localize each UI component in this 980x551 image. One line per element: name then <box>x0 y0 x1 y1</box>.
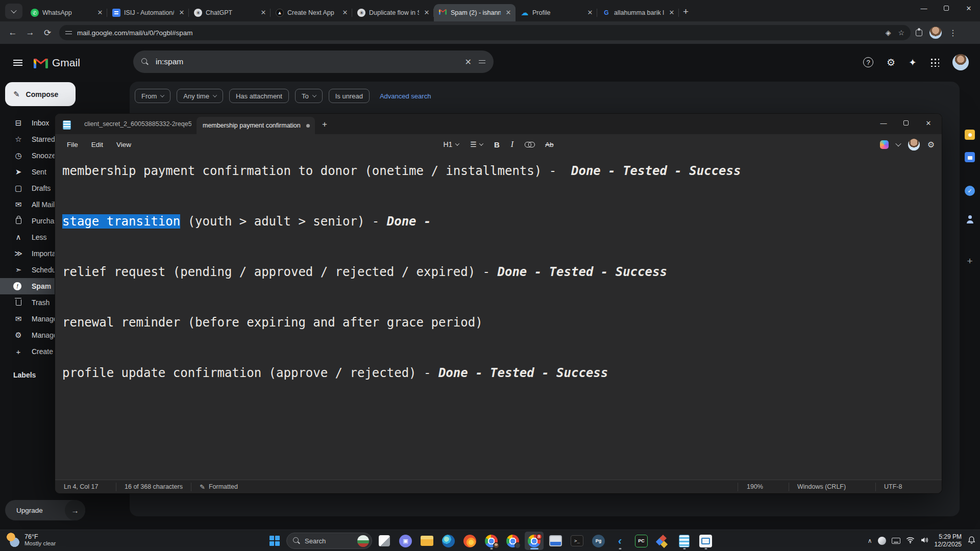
extensions-icon[interactable] <box>916 30 922 36</box>
taskbar-app-pycharm[interactable] <box>632 532 651 550</box>
new-tab-button[interactable]: + <box>683 6 689 17</box>
hamburger-menu-icon[interactable] <box>13 60 22 66</box>
reload-button[interactable]: ⟳ <box>39 28 56 38</box>
browser-tab[interactable]: Create Next App✕ <box>271 4 352 21</box>
italic-button[interactable]: I <box>511 140 513 149</box>
help-icon[interactable]: ? <box>863 57 873 67</box>
notepad-minimize-button[interactable]: — <box>872 114 895 132</box>
browser-menu-icon[interactable]: ⋮ <box>949 28 957 38</box>
taskbar-app-terminal[interactable] <box>568 532 586 550</box>
back-button[interactable]: ← <box>4 28 21 38</box>
gemini-sparkle-icon[interactable]: ✦ <box>909 57 917 68</box>
text-editor-area[interactable]: membership payment confirmation to donor… <box>55 155 942 480</box>
taskbar-app-postgresql[interactable] <box>589 532 608 550</box>
browser-tab[interactable]: WhatsApp✕ <box>26 4 107 21</box>
compose-button[interactable]: ✎ Compose <box>5 82 76 106</box>
account-avatar[interactable] <box>952 54 969 70</box>
taskbar-app-chrome[interactable] <box>503 532 522 550</box>
tab-close-icon[interactable]: ✕ <box>668 9 676 17</box>
clear-formatting-icon[interactable]: Ab <box>545 141 554 148</box>
upgrade-button[interactable]: Upgrade → <box>5 500 85 520</box>
taskbar-app-firefox[interactable] <box>460 532 479 550</box>
filter-chip-from[interactable]: From <box>135 89 170 103</box>
tab-close-icon[interactable]: ✕ <box>259 9 267 17</box>
tab-close-icon[interactable]: ✕ <box>178 9 186 17</box>
bold-button[interactable]: B <box>494 140 500 149</box>
taskbar-app-designer[interactable] <box>653 532 672 550</box>
wifi-icon[interactable] <box>906 536 915 546</box>
taskbar-app-file-explorer[interactable] <box>418 532 436 550</box>
advanced-search-link[interactable]: Advanced search <box>380 92 431 100</box>
tasks-icon[interactable] <box>965 186 975 196</box>
zoom-level[interactable]: 190% <box>738 483 789 491</box>
browser-tab[interactable]: Duplicate flow in Salesfor✕ <box>352 4 434 21</box>
notepad-tab[interactable]: client_secret_2_60053885332-2reqe52rribe <box>78 114 197 134</box>
lens-icon[interactable]: ◈ <box>886 29 891 37</box>
browser-profile-avatar[interactable] <box>929 27 942 39</box>
browser-tab[interactable]: allahumma barik laha - G✕ <box>597 4 679 21</box>
search-icon[interactable] <box>141 58 149 65</box>
tab-close-icon[interactable]: ✕ <box>96 9 104 17</box>
browser-tab[interactable]: Spam (2) - ishann.tforce@✕ <box>434 4 516 21</box>
chevron-down-icon[interactable] <box>895 141 901 146</box>
notepad-settings-gear-icon[interactable]: ⚙ <box>927 140 935 149</box>
taskbar-search[interactable]: Search <box>286 533 372 549</box>
taskbar-app-chrome[interactable]: S <box>525 532 544 550</box>
notepad-close-button[interactable]: ✕ <box>917 114 940 132</box>
copilot-icon[interactable] <box>880 140 889 149</box>
window-maximize-button[interactable] <box>935 0 958 16</box>
address-bar[interactable]: mail.google.com/mail/u/0/?ogbl#spam ◈ ☆ <box>59 25 911 40</box>
clear-search-icon[interactable]: ✕ <box>465 57 472 67</box>
google-apps-grid-icon[interactable] <box>930 58 939 67</box>
tab-close-icon[interactable]: ✕ <box>341 9 349 17</box>
tray-copilot-icon[interactable] <box>878 537 886 545</box>
window-minimize-button[interactable]: — <box>913 0 935 16</box>
menu-edit[interactable]: Edit <box>85 137 110 152</box>
site-settings-icon[interactable] <box>65 30 72 35</box>
list-style-dropdown[interactable]: ☰ <box>470 140 483 148</box>
settings-gear-icon[interactable]: ⚙ <box>887 57 895 68</box>
taskbar-app-task-view[interactable] <box>375 532 394 550</box>
notepad-new-tab-button[interactable]: + <box>322 119 327 130</box>
taskbar-app-notepad-app[interactable] <box>675 532 694 550</box>
keep-icon[interactable] <box>965 130 975 140</box>
tab-close-icon[interactable]: ✕ <box>586 9 594 17</box>
forward-button[interactable]: → <box>21 28 39 38</box>
link-icon[interactable] <box>525 142 534 147</box>
tab-close-icon[interactable]: ✕ <box>423 9 431 17</box>
menu-view[interactable]: View <box>110 137 138 152</box>
taskbar-app-vscode[interactable] <box>610 532 629 550</box>
notification-bell-icon[interactable] <box>967 536 976 546</box>
start-button[interactable] <box>265 532 284 550</box>
search-input[interactable] <box>156 57 458 66</box>
calendar-icon[interactable] <box>965 152 975 162</box>
menu-file[interactable]: File <box>60 137 85 152</box>
heading-style-dropdown[interactable]: H1 <box>443 140 459 148</box>
tab-close-icon[interactable]: ✕ <box>504 9 512 17</box>
window-close-button[interactable]: ✕ <box>958 0 980 16</box>
weather-widget[interactable]: 76°F Mostly clear <box>5 532 56 547</box>
taskbar-app-taskpro[interactable] <box>696 532 715 550</box>
bookmark-star-icon[interactable]: ☆ <box>898 29 904 37</box>
filter-chip-has-attachment[interactable]: Has attachment <box>229 89 289 103</box>
taskbar-app-task-manager[interactable] <box>546 532 565 550</box>
tray-chevron-icon[interactable]: ∧ <box>868 537 872 544</box>
browser-tab[interactable]: ChatGPT✕ <box>189 4 271 21</box>
search-options-icon[interactable] <box>479 59 485 64</box>
notepad-maximize-button[interactable] <box>895 114 917 132</box>
taskbar-clock[interactable]: 5:29 PM 12/2/2025 <box>935 533 962 548</box>
plus-icon[interactable]: + <box>965 256 975 266</box>
tab-search-button[interactable] <box>5 4 22 19</box>
notepad-tab[interactable]: membership payment confirmation <box>197 117 315 134</box>
taskbar-app-chrome[interactable] <box>482 532 501 550</box>
volume-icon[interactable] <box>920 536 929 546</box>
filter-chip-is-unread[interactable]: Is unread <box>329 89 370 103</box>
touch-keyboard-icon[interactable] <box>892 538 900 544</box>
browser-tab[interactable]: ISIJ - Automation/Flows S✕ <box>107 4 189 21</box>
filter-chip-to[interactable]: To <box>295 89 323 103</box>
notepad-account-avatar[interactable] <box>908 139 920 151</box>
browser-tab[interactable]: Profile✕ <box>516 4 597 21</box>
filter-chip-any-time[interactable]: Any time <box>177 89 223 103</box>
url-text[interactable]: mail.google.com/mail/u/0/?ogbl#spam <box>77 29 880 37</box>
taskbar-app-edge[interactable] <box>439 532 458 550</box>
